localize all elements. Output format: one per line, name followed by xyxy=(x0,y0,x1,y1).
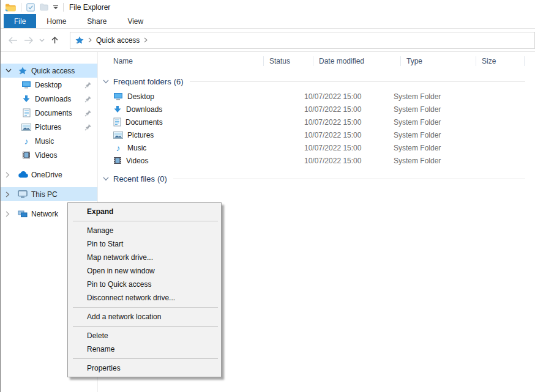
documents-icon xyxy=(20,108,32,117)
column-header-status[interactable]: Status xyxy=(264,52,313,70)
menu-item-add-a-network-location[interactable]: Add a network location xyxy=(68,310,221,324)
tab-file[interactable]: File xyxy=(4,14,36,28)
menu-item-pin-to-start[interactable]: Pin to Start xyxy=(68,237,221,251)
navigation-bar: Quick access xyxy=(0,29,535,52)
tab-home[interactable]: Home xyxy=(36,14,77,28)
downloads-icon xyxy=(113,105,122,113)
file-name: Desktop xyxy=(127,92,154,101)
pin-icon xyxy=(84,81,92,89)
file-date-modified: 10/07/2022 15:00 xyxy=(304,105,394,114)
file-explorer-window: { "window": { "title": "File Explorer" }… xyxy=(0,0,535,392)
chevron-down-icon[interactable] xyxy=(103,177,109,181)
tab-view[interactable]: View xyxy=(117,14,154,28)
menu-item-rename[interactable]: Rename xyxy=(68,342,221,356)
titlebar: File Explorer xyxy=(0,0,535,14)
group-count: (0) xyxy=(157,174,167,183)
column-header-name[interactable]: Name xyxy=(99,52,264,70)
menu-item-delete[interactable]: Delete xyxy=(68,329,221,342)
desktop-icon xyxy=(20,81,32,89)
group-title: Recent files xyxy=(113,174,155,183)
pin-icon xyxy=(84,95,92,103)
menu-item-manage[interactable]: Manage xyxy=(68,224,221,237)
music-icon: ♪ xyxy=(20,137,32,146)
quick-access-star-icon xyxy=(75,36,84,44)
file-type: System Folder xyxy=(394,92,441,101)
network-icon xyxy=(17,210,29,218)
sidebar-item-label: Pictures xyxy=(35,123,61,131)
sidebar-item-label: Documents xyxy=(35,109,72,117)
sidebar-item-music[interactable]: ♪ Music xyxy=(1,134,97,148)
onedrive-icon xyxy=(17,171,29,178)
sidebar-item-label: Videos xyxy=(35,151,57,160)
file-row-downloads[interactable]: Downloads 10/07/2022 15:00 System Folder xyxy=(99,103,535,116)
file-row-music[interactable]: ♪ Music 10/07/2022 15:00 System Folder xyxy=(99,141,535,154)
file-type: System Folder xyxy=(394,118,441,127)
breadcrumb-chevron-icon[interactable] xyxy=(88,37,92,43)
chevron-down-icon[interactable] xyxy=(103,80,109,84)
menu-separator xyxy=(73,326,218,327)
chevron-down-icon[interactable] xyxy=(6,68,17,73)
context-menu: Expand Manage Pin to Start Map network d… xyxy=(67,202,222,377)
column-header-type[interactable]: Type xyxy=(401,52,476,70)
address-bar[interactable]: Quick access xyxy=(70,32,535,49)
sidebar-item-downloads[interactable]: Downloads xyxy=(1,92,97,106)
sidebar-item-pictures[interactable]: Pictures xyxy=(1,120,97,134)
tab-share[interactable]: Share xyxy=(77,14,117,28)
menu-item-map-network-drive[interactable]: Map network drive... xyxy=(68,251,221,264)
sidebar-item-onedrive[interactable]: OneDrive xyxy=(1,168,97,182)
column-headers: Name Status Date modified Type Size xyxy=(99,52,535,70)
file-type: System Folder xyxy=(394,144,441,152)
menu-item-open-in-new-window[interactable]: Open in new window xyxy=(68,264,221,278)
menu-item-disconnect-network-drive[interactable]: Disconnect network drive... xyxy=(68,291,221,305)
file-name: Downloads xyxy=(126,105,162,114)
quick-access-star-icon xyxy=(17,67,29,75)
sidebar-item-documents[interactable]: Documents xyxy=(1,106,97,120)
file-date-modified: 10/07/2022 15:00 xyxy=(304,118,394,127)
menu-separator xyxy=(73,358,218,359)
file-name: Pictures xyxy=(127,131,154,139)
chevron-right-icon[interactable] xyxy=(6,191,17,198)
menu-item-expand[interactable]: Expand xyxy=(68,205,221,218)
group-header-frequent-folders[interactable]: Frequent folders (6) xyxy=(103,75,525,87)
file-type: System Folder xyxy=(394,157,441,165)
ribbon-tabs: File Home Share View xyxy=(0,14,535,29)
breadcrumb-chevron-icon[interactable] xyxy=(144,37,148,43)
sidebar-item-this-pc[interactable]: This PC xyxy=(1,187,97,201)
menu-item-properties[interactable]: Properties xyxy=(68,361,221,375)
file-row-desktop[interactable]: Desktop 10/07/2022 15:00 System Folder xyxy=(99,90,535,103)
recent-locations-dropdown-icon[interactable] xyxy=(37,32,47,48)
sidebar-item-label: Quick access xyxy=(31,67,75,75)
column-header-date-modified[interactable]: Date modified xyxy=(313,52,401,70)
file-date-modified: 10/07/2022 15:00 xyxy=(304,92,394,101)
column-header-size[interactable]: Size xyxy=(476,52,525,70)
file-row-documents[interactable]: Documents 10/07/2022 15:00 System Folder xyxy=(99,116,535,128)
sidebar-item-label: OneDrive xyxy=(31,171,62,179)
new-folder-icon[interactable] xyxy=(40,3,48,11)
file-type: System Folder xyxy=(394,105,441,114)
file-date-modified: 10/07/2022 15:00 xyxy=(304,131,394,139)
sidebar-item-videos[interactable]: Videos xyxy=(1,148,97,162)
file-date-modified: 10/07/2022 15:00 xyxy=(304,144,394,152)
group-header-recent-files[interactable]: Recent files (0) xyxy=(103,172,525,185)
sidebar-item-label: Music xyxy=(35,137,54,146)
back-icon[interactable] xyxy=(5,32,21,48)
customize-quick-access-toolbar-icon[interactable] xyxy=(53,5,58,9)
chevron-right-icon[interactable] xyxy=(6,211,17,217)
chevron-right-icon[interactable] xyxy=(6,172,17,178)
file-type: System Folder xyxy=(394,131,441,139)
menu-item-pin-to-quick-access[interactable]: Pin to Quick access xyxy=(68,278,221,291)
breadcrumb-quick-access[interactable]: Quick access xyxy=(96,36,140,45)
documents-icon xyxy=(113,117,121,127)
file-date-modified: 10/07/2022 15:00 xyxy=(304,157,394,165)
up-icon[interactable] xyxy=(47,32,62,48)
sidebar-item-quick-access[interactable]: Quick access xyxy=(1,64,97,78)
pin-icon xyxy=(84,109,92,117)
forward-icon[interactable] xyxy=(21,32,37,48)
sidebar-item-desktop[interactable]: Desktop xyxy=(1,78,97,92)
properties-icon[interactable] xyxy=(26,3,35,12)
pin-icon xyxy=(84,124,92,131)
sidebar-item-label: Network xyxy=(31,210,58,218)
file-row-pictures[interactable]: Pictures 10/07/2022 15:00 System Folder xyxy=(99,128,535,141)
file-row-videos[interactable]: Videos 10/07/2022 15:00 System Folder xyxy=(99,154,535,167)
file-name: Videos xyxy=(126,157,148,165)
